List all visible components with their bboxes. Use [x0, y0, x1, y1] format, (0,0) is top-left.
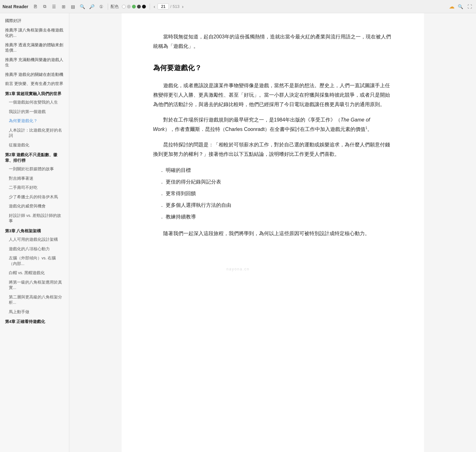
bullet-item-2: 更常得到回饋	[159, 188, 393, 200]
watermark: nayona.cn	[227, 267, 249, 271]
bullet-list: 明確的目標更佳的得分紀錄與記分表更常得到回饋更多個人選擇執行方法的自由教練持續教…	[159, 165, 393, 223]
para2-mid: ），作者查爾斯．昆拉特（Charles Coonradt）在全書中探討在工作中加…	[165, 127, 365, 132]
sidebar-item-s1[interactable]: 推薦序 讓八角框架撕去各種遊戲化的...	[0, 26, 69, 41]
color-light[interactable]	[127, 5, 131, 8]
paragraph-3: 昆拉特探討的問題是：「相較於可領薪水的工作，對於自己選的運動或娛樂追求，為什麼人…	[153, 140, 393, 159]
sidebar-item-s5[interactable]: 前言 更快樂、更有生產力的世界	[0, 79, 69, 89]
color-white[interactable]	[122, 5, 126, 8]
divider-2	[150, 3, 150, 10]
sidebar-item-s2[interactable]: 推薦序 透過充滿樂趣的體驗來創造價...	[0, 41, 69, 55]
sidebar-item-s8[interactable]: 我設計的第一個遊戲	[0, 107, 69, 117]
page-total: 513	[173, 4, 180, 9]
sidebar-item-s23[interactable]: 白帽 vs. 黑帽遊戲化	[0, 268, 69, 278]
zoom-icon[interactable]: ①	[98, 3, 105, 10]
copy-icon[interactable]: ⧉	[41, 3, 49, 10]
next-page-button[interactable]: ›	[181, 3, 185, 10]
divider-1	[108, 3, 108, 10]
toolbar: Neat Reader 🖹 ⧉ ☰ ⊞ ▤ 🔍 🔎 ① 配色 ‹ 21 / 51…	[0, 0, 476, 13]
sidebar-item-s9[interactable]: 為何要遊戲化？	[0, 116, 69, 126]
paragraph-2: 對於在工作場所採行遊戲規則的最早研究之一，是1984年出版的《享受工作》（The…	[153, 115, 393, 134]
sidebar-item-s7[interactable]: 一個遊戲如何改變我的人生	[0, 98, 69, 107]
search-right-icon[interactable]: 🔍	[456, 3, 464, 10]
bookmark-icon[interactable]: 🖹	[32, 3, 39, 10]
main-layout: 國際好評推薦序 讓八角框架撕去各種遊戲化的...推薦序 透過充滿樂趣的體驗來創造…	[0, 13, 476, 452]
page-separator: /	[170, 4, 171, 9]
sidebar-item-s17[interactable]: 遊戲化的威脅與機會	[0, 202, 69, 211]
sidebar-item-s0[interactable]: 國際好評	[0, 16, 69, 26]
para2-start: 對於在工作場所採行遊戲規則的最早研究之一，是1984年出版的《享受工作》（	[163, 117, 341, 122]
sidebar-item-s18[interactable]: 好設計師 vs. 差勁設計師的故事	[0, 211, 69, 226]
sidebar-item-s4[interactable]: 推薦序 遊戲化的關鍵在創造動機	[0, 70, 69, 80]
sidebar-item-s25[interactable]: 第二層與更高級的八角框架分析...	[0, 293, 69, 308]
sidebar-item-s14[interactable]: 對吉姆事著迷	[0, 174, 69, 184]
sidebar-item-s11[interactable]: 征服遊戲化	[0, 141, 69, 150]
bullet-item-4: 教練持續教導	[159, 211, 393, 223]
sidebar-item-s12[interactable]: 第2章 遊戲化不只是點數、徽章、排行榜	[0, 150, 69, 165]
sidebar-item-s3[interactable]: 推薦序 充滿動機與樂趣的遊戲人生	[0, 55, 69, 70]
color-black[interactable]	[142, 5, 146, 8]
paragraph-1: 遊戲化，或者應該說是讓某件事物變得像是遊戲，當然不是新的想法。歷史上，人們一直試…	[153, 81, 393, 110]
sidebar: 國際好評推薦序 讓八角框架撕去各種遊戲化的...推薦序 透過充滿樂趣的體驗來創造…	[0, 13, 69, 452]
grid-icon[interactable]: ⊞	[60, 3, 67, 10]
bullet-item-3: 更多個人選擇執行方法的自由	[159, 200, 393, 211]
page-number-input[interactable]: 21	[158, 3, 169, 9]
sidebar-item-s16[interactable]: 少了希臘士兵的特洛伊木馬	[0, 193, 69, 202]
sidebar-item-s27[interactable]: 第4章 正確看待遊戲化	[0, 317, 69, 326]
paragraph-4: 隨著我們一起深入這段旅程，我們將學到，為何以上這些原因可被特別設計成特定核心動力…	[153, 229, 393, 238]
sidebar-item-s20[interactable]: 人人可用的遊戲化設計架構	[0, 235, 69, 245]
para2-end: 。	[367, 127, 372, 132]
sidebar-item-s22[interactable]: 左腦（外部傾向）vs. 右腦（內部...	[0, 254, 69, 268]
intro-paragraph: 當時我無從知道，起自2003年的這份孤獨熱情，造就出當今最火紅的產業與流行用語之…	[153, 32, 393, 51]
fullscreen-icon[interactable]: ⛶	[466, 3, 473, 10]
color-dots	[122, 5, 146, 8]
color-green[interactable]	[132, 5, 136, 8]
menu-icon[interactable]: ☰	[50, 3, 58, 10]
prev-page-button[interactable]: ‹	[152, 3, 157, 10]
page-content: 當時我無從知道，起自2003年的這份孤獨熱情，造就出當今最火紅的產業與流行用語之…	[153, 32, 393, 239]
sidebar-item-s24[interactable]: 將第一級的八角框架應用於真實...	[0, 278, 69, 293]
sidebar-item-s21[interactable]: 遊戲化的八項核心動力	[0, 245, 69, 254]
cloud-icon[interactable]: ☁	[449, 3, 455, 10]
sidebar-item-s6[interactable]: 第1章 當超現實融入我們的世界	[0, 89, 69, 98]
search-icon-1[interactable]: 🔍	[79, 3, 86, 10]
bullet-item-1: 更佳的得分紀錄與記分表	[159, 176, 393, 188]
sidebar-item-s10[interactable]: 人本設計：比遊戲化更好的名詞	[0, 126, 69, 141]
page-navigation: ‹ 21 / 513 ›	[152, 3, 185, 10]
toolbar-right: ☁ 🔍 ⛶	[449, 3, 473, 10]
sidebar-item-s26[interactable]: 馬上動手做	[0, 308, 69, 317]
layout-icon[interactable]: ▤	[69, 3, 77, 10]
sidebar-item-s13[interactable]: 一則關於社群媒體的故事	[0, 165, 69, 174]
bullet-item-0: 明確的目標	[159, 165, 393, 176]
app-title: Neat Reader	[3, 4, 28, 9]
color-dark[interactable]	[137, 5, 141, 8]
content-area: 當時我無從知道，起自2003年的這份孤獨熱情，造就出當今最火紅的產業與流行用語之…	[122, 13, 424, 452]
section-title: 為何要遊戲化？	[153, 61, 393, 75]
search-icon-2[interactable]: 🔎	[88, 3, 96, 10]
sidebar-item-s15[interactable]: 二手壽司不好吃	[0, 183, 69, 193]
sidebar-item-s19[interactable]: 第3章 八角框架架構	[0, 226, 69, 235]
color-label: 配色	[111, 4, 119, 9]
